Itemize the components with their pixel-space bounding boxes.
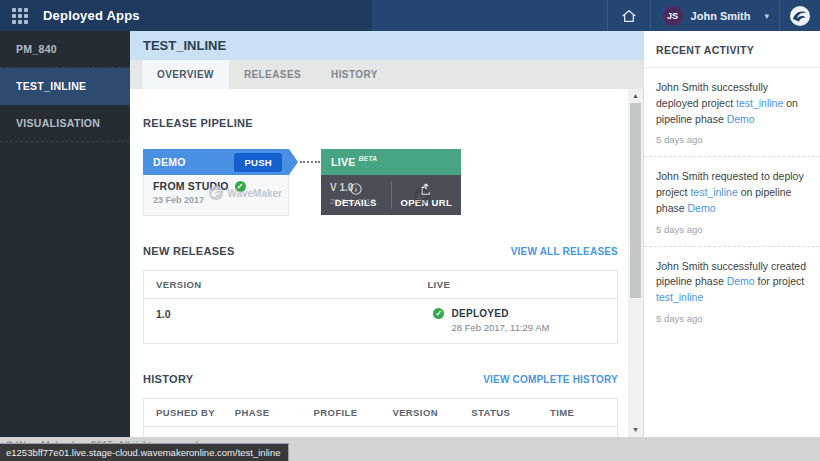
user-menu[interactable]: JS John Smith ▾ (651, 0, 779, 31)
recent-activity-heading: RECENT ACTIVITY (644, 31, 820, 68)
project-link[interactable]: test_inline (656, 291, 703, 303)
column-time: TIME (538, 407, 617, 418)
activity-timestamp: 5 days ago (656, 224, 808, 235)
phase-link[interactable]: Demo (727, 113, 755, 125)
header-actions: JS John Smith ▾ (607, 0, 820, 31)
user-avatar: JS (663, 6, 683, 26)
chevron-down-icon: ▾ (764, 11, 769, 21)
main-panel: TEST_INLINE OVERVIEW RELEASES HISTORY RE… (130, 31, 643, 437)
column-pushed-by: PUSHED BY (144, 407, 223, 418)
new-releases-table-header: VERSION LIVE (144, 271, 617, 299)
wavemaker-wave-icon (413, 187, 431, 205)
activity-text: John Smith requested to deploy project t… (656, 169, 808, 216)
deployed-label: DEPLOYED (451, 308, 549, 319)
release-pipeline: DEMO PUSH FROM STUDIO ✓ 23 Feb 2017 (143, 149, 618, 216)
history-table: PUSHED BY PHASE PROFILE VERSION STATUS T… (143, 398, 618, 437)
tab-overview[interactable]: OVERVIEW (142, 60, 229, 89)
live-phase-card: LIVE BETA V 1.0 28 Feb 2017 (321, 149, 461, 215)
live-phase-body: V 1.0 28 Feb 2017 DETAIL (321, 175, 461, 215)
success-check-icon: ✓ (433, 308, 444, 319)
activity-text-part: for project (755, 275, 805, 287)
history-table-header: PUSHED BY PHASE PROFILE VERSION STATUS T… (144, 399, 617, 427)
activity-timestamp: 5 days ago (656, 313, 808, 324)
new-releases-heading: NEW RELEASES (143, 245, 235, 257)
column-status: STATUS (459, 407, 538, 418)
live-phase-name: LIVE (331, 156, 356, 168)
watermark-label: WaveMaker (227, 188, 282, 199)
tab-bar: OVERVIEW RELEASES HISTORY (130, 60, 643, 89)
activity-timestamp: 5 days ago (656, 134, 808, 145)
pipeline-arrow-icon (289, 149, 298, 175)
demo-phase-header: DEMO PUSH (143, 149, 289, 175)
details-button[interactable]: DETAILS (321, 175, 391, 215)
wavemaker-watermark: WaveMaker (208, 185, 282, 201)
sidebar-item-visualisation[interactable]: VISUALISATION (0, 105, 130, 142)
activity-text: John Smith successfully deployed project… (656, 80, 808, 127)
table-row[interactable]: 1.0 ✓ DEPLOYED 28 Feb 2017, 11:29 AM (144, 299, 617, 343)
user-name: John Smith (691, 10, 751, 22)
column-version: VERSION (380, 407, 459, 418)
project-link[interactable]: test_inline (690, 186, 737, 198)
page-title: TEST_INLINE (143, 38, 226, 53)
scrollbar-thumb[interactable] (630, 103, 641, 298)
pipeline-dotted-connector (300, 161, 320, 163)
column-live: LIVE (425, 279, 617, 290)
page-title-band: TEST_INLINE (130, 31, 643, 60)
app-title: Deployed Apps (43, 8, 140, 23)
deployed-time: 28 Feb 2017, 11:29 AM (451, 322, 549, 333)
home-icon (621, 8, 637, 24)
tab-history[interactable]: HISTORY (316, 60, 393, 89)
apps-grid-icon[interactable] (12, 8, 28, 24)
header-brand-area: Deployed Apps (0, 0, 372, 31)
demo-phase-card: DEMO PUSH FROM STUDIO ✓ 23 Feb 2017 (143, 149, 289, 216)
release-version: 1.0 (144, 308, 425, 320)
main-scrollbar[interactable]: ▲ ▼ (628, 89, 643, 437)
beta-badge: BETA (359, 155, 378, 162)
wavemaker-wave-icon (789, 5, 811, 27)
live-phase-header: LIVE BETA (321, 149, 461, 175)
activity-item: John Smith successfully deployed project… (644, 68, 820, 157)
wavemaker-wave-icon (208, 185, 224, 201)
sidebar-item-pm-840[interactable]: PM_840 (0, 31, 130, 68)
new-releases-table: VERSION LIVE 1.0 ✓ DEPLOYED 28 Feb 2017,… (143, 270, 618, 344)
view-complete-history-link[interactable]: VIEW COMPLETE HISTORY (483, 374, 618, 385)
project-link[interactable]: test_inline (736, 97, 783, 109)
push-button[interactable]: PUSH (234, 153, 282, 172)
history-heading: HISTORY (143, 373, 193, 385)
column-phase: PHASE (223, 407, 302, 418)
phase-link[interactable]: Demo (727, 275, 755, 287)
demo-phase-body: FROM STUDIO ✓ 23 Feb 2017 WaveMaker (143, 175, 289, 216)
scroll-up-icon[interactable]: ▲ (628, 89, 643, 103)
projects-sidebar: PM_840 TEST_INLINE VISUALISATION (0, 31, 130, 437)
recent-activity-panel: RECENT ACTIVITY John Smith successfully … (643, 31, 820, 437)
view-all-releases-link[interactable]: VIEW ALL RELEASES (511, 246, 618, 257)
sidebar-item-test-inline[interactable]: TEST_INLINE (0, 68, 130, 105)
phase-link[interactable]: Demo (688, 202, 716, 214)
wavemaker-logo-button[interactable] (780, 0, 820, 31)
deployed-text: DEPLOYED 28 Feb 2017, 11:29 AM (451, 308, 549, 333)
overview-content: RELEASE PIPELINE DEMO PUSH FROM STUDIO ✓… (130, 89, 628, 437)
table-row[interactable]: John Smith Live Live 1.0 Deployed 28 Feb… (144, 427, 617, 437)
tab-releases[interactable]: RELEASES (229, 60, 316, 89)
column-profile: PROFILE (302, 407, 381, 418)
home-button[interactable] (608, 0, 650, 31)
deployed-apps-window: Deployed Apps JS John Smith ▾ (0, 0, 820, 461)
scroll-down-icon[interactable]: ▼ (628, 423, 643, 437)
new-releases-heading-row: NEW RELEASES VIEW ALL RELEASES (143, 245, 618, 257)
live-date: 28 Feb 2017 (330, 197, 375, 206)
release-live-status: ✓ DEPLOYED 28 Feb 2017, 11:29 AM (425, 308, 617, 333)
release-pipeline-heading: RELEASE PIPELINE (143, 117, 618, 129)
activity-item: John Smith successfully created pipeline… (644, 247, 820, 335)
live-version: V 1.0 (330, 182, 353, 193)
top-header: Deployed Apps JS John Smith ▾ (0, 0, 820, 31)
history-heading-row: HISTORY VIEW COMPLETE HISTORY (143, 373, 618, 385)
activity-text: John Smith successfully created pipeline… (656, 259, 808, 306)
column-version: VERSION (144, 279, 425, 290)
link-status-tooltip: e1253bff77e01.live.stage-cloud.wavemaker… (0, 443, 289, 461)
activity-item: John Smith requested to deploy project t… (644, 157, 820, 246)
demo-phase-name: DEMO (153, 156, 186, 168)
